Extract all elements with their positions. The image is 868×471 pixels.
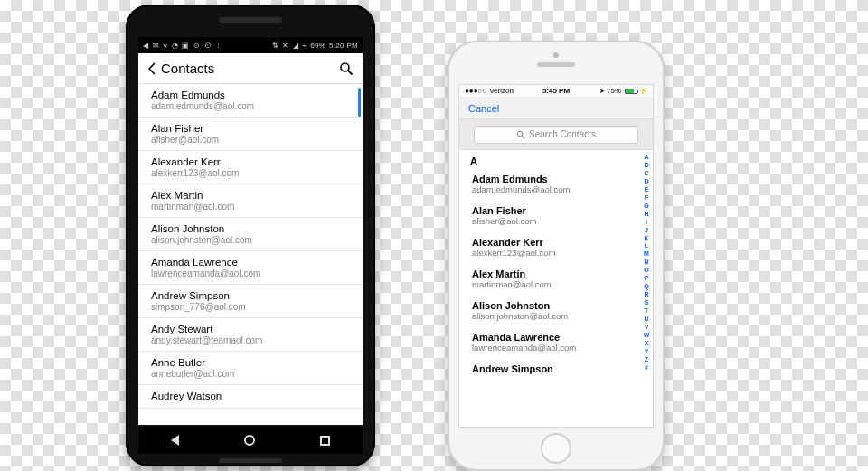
- contact-email: alexkerr123@aol.com: [472, 248, 640, 258]
- iphone-camera: [553, 52, 559, 58]
- svg-line-1: [348, 71, 353, 75]
- index-letter[interactable]: H: [642, 211, 651, 219]
- contact-name: Alan Fisher: [472, 205, 640, 216]
- list-item[interactable]: Anne Butlerannebutler@aol.com: [138, 352, 363, 385]
- iphone-earpiece: [537, 62, 575, 67]
- contact-email: simpson_776@aol.com: [151, 302, 350, 312]
- index-letter[interactable]: X: [642, 340, 651, 348]
- iphone-screen: ●●●○○ Verizon 5:45 PM ➤ 75% ⚡ Cancel Sea…: [458, 84, 654, 428]
- status-icon: ◔: [172, 42, 178, 50]
- nav-back-icon[interactable]: [171, 435, 179, 446]
- list-item[interactable]: Amanda Lawrencelawrenceamanda@aol.com: [459, 326, 653, 358]
- contact-email: annebutler@aol.com: [151, 369, 350, 379]
- status-icon: ✉: [153, 42, 159, 50]
- ios-alpha-index[interactable]: A B C D E F G H I J K L M N O P Q: [642, 154, 651, 423]
- search-icon: [516, 130, 525, 139]
- index-letter[interactable]: W: [642, 332, 651, 340]
- list-item[interactable]: Andrew Simpsonsimpson_776@aol.com: [138, 285, 363, 318]
- contact-name: Audrey Watson: [151, 391, 350, 401]
- nav-recent-icon[interactable]: [320, 436, 330, 446]
- contact-email: martinman@aol.com: [151, 202, 350, 212]
- ios-contact-list[interactable]: A Adam Edmundsadam.edmunds@aol.com Alan …: [459, 150, 653, 427]
- list-item[interactable]: Audrey Watson: [138, 385, 363, 409]
- index-letter[interactable]: R: [642, 291, 651, 299]
- android-app-header: Contacts: [138, 53, 363, 84]
- index-letter[interactable]: E: [642, 186, 651, 194]
- search-input[interactable]: Search Contacts: [474, 126, 638, 144]
- list-item[interactable]: Alan Fisherafisher@aol.com: [138, 118, 363, 151]
- search-icon[interactable]: [339, 61, 354, 76]
- android-system-nav: [138, 427, 363, 454]
- cancel-button[interactable]: Cancel: [468, 103, 499, 114]
- index-letter[interactable]: U: [642, 316, 651, 324]
- list-item[interactable]: Alex Martinmartinman@aol.com: [138, 184, 363, 218]
- contact-name: Andrew Simpson: [151, 290, 350, 301]
- index-letter[interactable]: B: [642, 162, 651, 170]
- list-item[interactable]: Adam Edmundsadam.edmunds@aol.com: [459, 168, 653, 200]
- ios-nav-bar: Cancel: [459, 98, 653, 119]
- contact-email: afisher@aol.com: [472, 216, 640, 226]
- index-letter[interactable]: T: [642, 307, 651, 316]
- list-item[interactable]: Alison Johnstonalison.johnston@aol.com: [138, 218, 363, 251]
- index-letter[interactable]: C: [642, 170, 651, 178]
- contact-name: Alex Martin: [151, 190, 350, 201]
- status-icon: ⇅: [272, 42, 278, 50]
- list-item[interactable]: Andrew Simpson: [459, 358, 653, 380]
- index-letter[interactable]: F: [642, 194, 651, 203]
- home-button[interactable]: [541, 433, 571, 464]
- android-earpiece: [219, 17, 282, 23]
- svg-line-3: [522, 136, 524, 138]
- list-item[interactable]: Amanda Lawrencelawrenceamanda@aol.com: [138, 251, 363, 285]
- back-icon[interactable]: [147, 62, 156, 75]
- index-letter[interactable]: #: [642, 364, 651, 372]
- clock-text: 5:20 PM: [329, 42, 358, 50]
- list-item[interactable]: Adam Edmundsadam.edmunds@aol.com: [138, 84, 363, 118]
- list-item[interactable]: Alan Fisherafisher@aol.com: [459, 200, 653, 231]
- list-item[interactable]: Alison Johnstonalison.johnston@aol.com: [459, 295, 653, 326]
- scrollbar-thumb[interactable]: [358, 88, 361, 117]
- search-placeholder: Search Contacts: [529, 129, 596, 139]
- section-header: A: [459, 150, 653, 168]
- index-letter[interactable]: P: [642, 275, 651, 283]
- contact-name: Alexander Kerr: [151, 156, 350, 167]
- ios-status-bar: ●●●○○ Verizon 5:45 PM ➤ 75% ⚡: [459, 85, 653, 98]
- index-letter[interactable]: Q: [642, 283, 651, 291]
- list-item[interactable]: Andy Stewartandy.stewart@teamaol.com: [138, 318, 363, 352]
- index-letter[interactable]: D: [642, 178, 651, 186]
- list-item[interactable]: Alexander Kerralexkerr123@aol.com: [138, 151, 363, 184]
- status-icon: ↓: [216, 42, 220, 50]
- index-letter[interactable]: L: [642, 242, 651, 250]
- index-letter[interactable]: G: [642, 203, 651, 211]
- status-right: ⇅ ✕ ◢ ⌁ 69% 5:20 PM: [271, 42, 359, 50]
- index-letter[interactable]: Z: [642, 356, 651, 364]
- contact-name: Anne Butler: [151, 357, 350, 368]
- contact-email: afisher@aol.com: [151, 135, 350, 145]
- list-item[interactable]: Alexander Kerralexkerr123@aol.com: [459, 231, 653, 263]
- contact-name: Andy Stewart: [151, 324, 350, 334]
- status-icon: ▣: [182, 42, 189, 50]
- index-letter[interactable]: V: [642, 324, 651, 332]
- iphone-device-frame: ●●●○○ Verizon 5:45 PM ➤ 75% ⚡ Cancel Sea…: [448, 41, 665, 471]
- index-letter[interactable]: S: [642, 299, 651, 307]
- contact-name: Alex Martin: [472, 268, 640, 279]
- svg-point-2: [517, 131, 523, 137]
- nav-home-icon[interactable]: [244, 435, 255, 446]
- contact-email: lawrenceamanda@aol.com: [151, 268, 350, 278]
- index-letter[interactable]: K: [642, 235, 651, 243]
- index-letter[interactable]: I: [642, 219, 651, 227]
- status-icon: y: [164, 42, 167, 50]
- index-letter[interactable]: M: [642, 250, 651, 259]
- index-letter[interactable]: N: [642, 259, 651, 267]
- index-letter[interactable]: Y: [642, 348, 651, 356]
- contact-name: Amanda Lawrence: [472, 332, 640, 343]
- index-letter[interactable]: O: [642, 267, 651, 275]
- index-letter[interactable]: J: [642, 227, 651, 235]
- android-status-bar: ◀ ✉ y ◔ ▣ ⊙ ⏲ ↓ ⇅ ✕ ◢ ⌁ 69% 5:20 PM: [138, 37, 363, 53]
- android-device-frame: ◀ ✉ y ◔ ▣ ⊙ ⏲ ↓ ⇅ ✕ ◢ ⌁ 69% 5:20 PM: [126, 5, 375, 466]
- index-letter[interactable]: A: [642, 154, 651, 162]
- contact-name: Alison Johnston: [151, 223, 350, 234]
- list-item[interactable]: Alex Martinmartinman@aol.com: [459, 263, 653, 295]
- battery-text: 69%: [310, 42, 326, 50]
- android-contact-list[interactable]: Adam Edmundsadam.edmunds@aol.com Alan Fi…: [138, 84, 363, 425]
- status-icon: ◀: [143, 42, 148, 50]
